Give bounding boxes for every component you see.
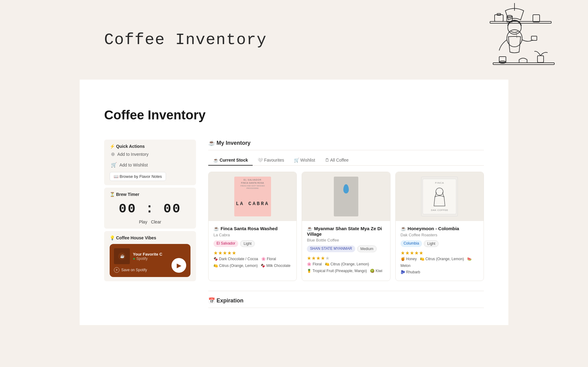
brew-timer-controls: Play Clear — [110, 219, 190, 224]
expiration-header: 📅 Expiration — [208, 297, 484, 308]
card-name-text-lacabra: ☕ Finca Santa Rosa Washed — [213, 226, 277, 231]
bluebottle-package — [334, 177, 358, 216]
card-body-lacabra: ☕ Finca Santa Rosa Washed La Cabra El Sa… — [209, 221, 296, 274]
card-roaster-dak: Dak Coffee Roasters — [401, 233, 479, 237]
barista-illustration — [472, 3, 557, 77]
browse-flavor-label: 📖 Browse by Flavor Notes — [114, 174, 162, 179]
card-origin-lacabra: El Salvador — [213, 240, 238, 247]
svg-text:☕: ☕ — [120, 254, 125, 258]
card-flavors-lacabra: 🍫 Dark Chocolate / Cocoa 🌸 Floral 🍋 Citr… — [213, 256, 292, 269]
inventory-section-header: ☕ My Inventory — [208, 140, 484, 150]
expiration-section: 📅 Expiration — [208, 291, 484, 308]
spotify-service-label: Spotify — [136, 257, 148, 261]
dak-inner: FINCA DAK COFFEE — [421, 177, 458, 216]
card-roast-dak: Light — [424, 240, 439, 247]
plus-circle-icon: ⊕ — [111, 151, 115, 157]
spotify-album-art: ☕ — [114, 248, 130, 264]
card-tags-bluebottle: SHAN STATE MYANMAR Medium — [307, 245, 385, 252]
quick-actions-section: ⚡ Quick Actions ⊕ Add to Inventory 🛒 Add… — [104, 140, 196, 185]
card-flavors-bluebottle: 🌸 Floral 🍋 Citrus (Orange, Lemon) 🍍 Trop… — [307, 261, 385, 274]
card-name-text-bluebottle: ☕ Myanmar Shan State Mya Ze Di Village — [307, 226, 385, 237]
brew-timer-section: ⏳ Brew Timer 00 : 00 Play Clear — [104, 188, 196, 229]
lacabra-package: EL SALVADOR FINCA SANTA ROSA FRESH AND S… — [234, 177, 271, 216]
card-stars-dak: ★★★★★ — [401, 250, 479, 256]
tab-favourites[interactable]: 🤍 Favourites — [253, 155, 289, 166]
dak-package: FINCA DAK COFFEE — [421, 177, 458, 216]
page-header: Coffee Inventory — [80, 108, 508, 140]
card-roaster-lacabra: La Cabra — [213, 233, 292, 237]
svg-rect-2 — [495, 15, 503, 21]
track-service: ● Spotify — [133, 257, 162, 261]
main-content: ☕ My Inventory ☕ Current Stock 🤍 Favouri… — [208, 140, 484, 313]
spotify-save-label: Save on Spotify — [121, 268, 147, 272]
card-roast-lacabra: Light — [240, 240, 255, 247]
card-origin-dak: Columbia — [401, 240, 422, 247]
tab-wishlist-label: 🛒 Wishlist — [294, 158, 315, 163]
card-image-dak: FINCA DAK COFFEE — [396, 172, 484, 221]
tab-wishlist[interactable]: 🛒 Wishlist — [289, 155, 320, 166]
track-name: Your Favorite C — [133, 252, 162, 257]
card-flavors-dak: 🍯 Honey 🍋 Citrus (Orange, Lemon) 🍉 Melon… — [401, 256, 479, 276]
sidebar: ⚡ Quick Actions ⊕ Add to Inventory 🛒 Add… — [104, 140, 196, 313]
tab-favourites-label: 🤍 Favourites — [258, 158, 284, 163]
add-wishlist-action[interactable]: 🛒 Add to Wishlist — [110, 159, 190, 170]
quick-actions-title: ⚡ Quick Actions — [110, 144, 190, 149]
play-large-button[interactable]: ▶ — [172, 258, 186, 273]
coffee-cards-grid: EL SALVADOR FINCA SANTA ROSA FRESH AND S… — [208, 172, 484, 281]
inventory-title: ☕ My Inventory — [208, 140, 251, 146]
spotify-card: ☕ Your Favorite C ● Spotify + — [110, 244, 190, 277]
tab-all-coffee[interactable]: 🗒 All Coffee — [320, 155, 354, 166]
card-name-text-dak: ☕ Honeymoon - Colombia — [401, 226, 459, 231]
card-roaster-bluebottle: Blue Bottle Coffee — [307, 238, 385, 242]
brew-clear-button[interactable]: Clear — [151, 219, 161, 224]
card-body-bluebottle: ☕ Myanmar Shan State Mya Ze Di Village B… — [302, 221, 390, 279]
page-title: Coffee Inventory — [104, 108, 484, 122]
browse-flavor-button[interactable]: 📖 Browse by Flavor Notes — [110, 172, 166, 181]
add-inventory-label: Add to Inventory — [117, 152, 149, 157]
cart-icon: 🛒 — [111, 162, 117, 168]
svg-rect-13 — [537, 56, 544, 62]
card-tags-lacabra: El Salvador Light — [213, 240, 292, 247]
vibes-title: 💡 Coffee House Vibes — [110, 235, 190, 240]
coffee-card-dak: FINCA DAK COFFEE — [395, 172, 484, 281]
page-body: Coffee Inventory ⚡ Quick Actions ⊕ Add t… — [80, 80, 508, 325]
tab-current-stock-label: ☕ Current Stock — [213, 158, 248, 163]
tab-all-coffee-label: 🗒 All Coffee — [325, 158, 349, 163]
card-stars-lacabra: ★★★★★ — [213, 250, 292, 256]
card-image-bluebottle — [302, 172, 390, 221]
main-layout: ⚡ Quick Actions ⊕ Add to Inventory 🛒 Add… — [80, 140, 508, 325]
card-body-dak: ☕ Honeymoon - Colombia Dak Coffee Roaste… — [396, 221, 484, 281]
expiration-title: 📅 Expiration — [208, 297, 243, 304]
add-inventory-action[interactable]: ⊕ Add to Inventory — [110, 149, 190, 159]
spotify-text: Your Favorite C ● Spotify — [133, 252, 162, 261]
card-name-dak: ☕ Honeymoon - Colombia — [401, 226, 479, 231]
svg-rect-9 — [531, 36, 537, 40]
card-image-lacabra: EL SALVADOR FINCA SANTA ROSA FRESH AND S… — [209, 172, 296, 221]
svg-rect-6 — [533, 15, 540, 22]
page-icon — [104, 80, 129, 104]
card-roast-bluebottle: Medium — [357, 245, 377, 252]
inventory-tabs: ☕ Current Stock 🤍 Favourites 🛒 Wishlist … — [208, 155, 484, 166]
add-wishlist-label: Add to Wishlist — [119, 163, 148, 167]
vibes-section: 💡 Coffee House Vibes ☕ — [104, 231, 196, 281]
card-name-lacabra: ☕ Finca Santa Rosa Washed — [213, 226, 292, 231]
card-origin-bluebottle: SHAN STATE MYANMAR — [307, 245, 355, 252]
card-tags-dak: Columbia Light — [401, 240, 479, 247]
card-stars-bluebottle: ★★★★★ — [307, 255, 385, 261]
coffee-card-lacabra: EL SALVADOR FINCA SANTA ROSA FRESH AND S… — [208, 172, 297, 281]
brew-timer-title: ⏳ Brew Timer — [110, 192, 190, 197]
brew-timer-display: 00 : 00 — [110, 202, 190, 216]
coffee-card-bluebottle: ☕ Myanmar Shan State Mya Ze Di Village B… — [302, 172, 390, 281]
card-name-bluebottle: ☕ Myanmar Shan State Mya Ze Di Village — [307, 226, 385, 237]
spotify-logo: ● — [133, 257, 135, 261]
tab-current-stock[interactable]: ☕ Current Stock — [208, 155, 253, 166]
header-title: Coffee Inventory — [104, 31, 267, 49]
brew-play-button[interactable]: Play — [139, 219, 147, 224]
svg-point-21 — [436, 188, 443, 195]
plus-icon: + — [114, 267, 119, 273]
header-banner: Coffee Inventory — [0, 0, 588, 80]
